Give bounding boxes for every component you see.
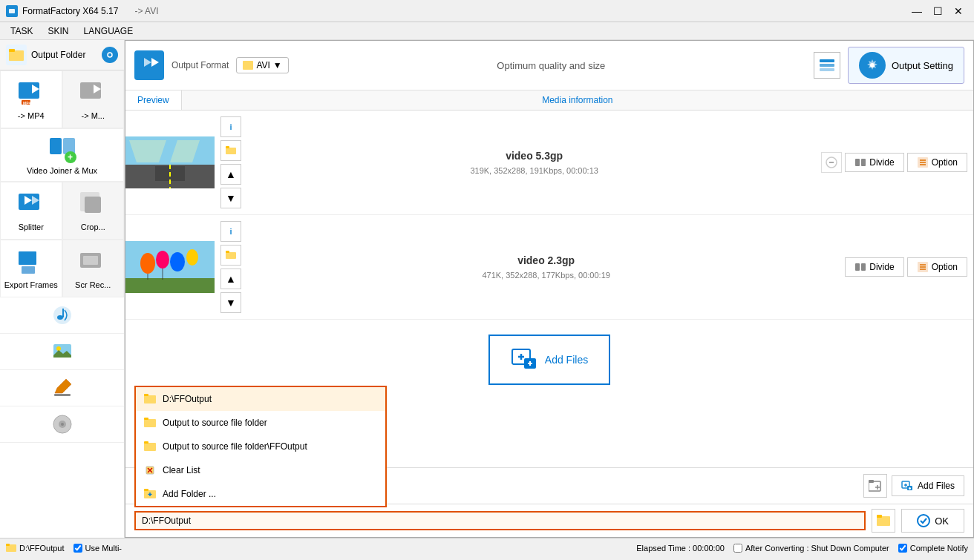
file-item-1: i ▲ ▼ video 5.3gp 319K, 352x288, 191Kbps… xyxy=(125,111,973,215)
layers-icon[interactable] xyxy=(814,52,840,79)
complete-notify-checkbox[interactable] xyxy=(898,544,907,553)
option-button-2[interactable]: Option xyxy=(907,257,967,277)
dropdown-item-clear[interactable]: Clear List xyxy=(136,458,385,482)
ok-button[interactable]: OK xyxy=(901,509,964,533)
delete-button-1[interactable] xyxy=(821,152,842,173)
menu-language[interactable]: LANGUAGE xyxy=(76,24,140,38)
folder-icon-source-ff xyxy=(143,440,157,453)
sidebar-tool-dvd[interactable] xyxy=(0,406,124,443)
output-path-input[interactable]: D:\FFOutput xyxy=(134,511,866,530)
output-folder-header[interactable]: Output Folder xyxy=(0,40,124,70)
svg-rect-65 xyxy=(226,252,236,259)
divide-button-2[interactable]: Divide xyxy=(845,257,903,277)
svg-rect-97 xyxy=(144,394,148,396)
sidebar-tool-m[interactable]: -> M... xyxy=(62,70,125,128)
status-after-converting: After Converting : Shut Down Computer xyxy=(733,544,889,553)
close-button[interactable]: ✕ xyxy=(949,4,968,19)
sidebar-tool-splitter[interactable]: Splitter xyxy=(0,182,62,240)
file-up-button-1[interactable]: ▲ xyxy=(220,164,241,185)
file-down-button-2[interactable]: ▼ xyxy=(220,292,241,313)
dropdown-item-current-label: D:\FFOutput xyxy=(163,394,212,404)
main-layout: Output Folder MP4 -> MP4 xyxy=(0,40,974,538)
svg-rect-99 xyxy=(144,418,148,420)
dropdown-item-source-ff-label: Output to source file folder\FFOutput xyxy=(163,441,307,452)
new-folder-button[interactable] xyxy=(863,474,887,498)
sidebar-tool-crop[interactable]: Crop... xyxy=(62,182,125,240)
file-folder-button-2[interactable] xyxy=(220,245,241,266)
dropdown-item-source-ff[interactable]: Output to source file folder\FFOutput xyxy=(136,435,385,458)
sidebar-tool-audio[interactable] xyxy=(0,297,124,334)
sidebar-tool-scr-rec[interactable]: Scr Rec... xyxy=(62,240,125,297)
status-bar: D:\FFOutput Use Multi- Elapsed Time : 00… xyxy=(0,538,974,557)
image-icon xyxy=(49,338,76,365)
add-files-bottom-button[interactable]: Add Files xyxy=(892,475,964,496)
minimize-button[interactable]: — xyxy=(907,4,926,19)
dropdown-item-clear-label: Clear List xyxy=(163,465,200,475)
file-controls-2: i ▲ ▼ xyxy=(215,221,247,313)
output-folder-settings-icon[interactable] xyxy=(102,47,118,63)
format-chevron-icon: ▼ xyxy=(273,60,282,70)
file-meta-2: 471K, 352x288, 177Kbps, 00:00:19 xyxy=(253,271,839,280)
svg-rect-37 xyxy=(820,59,834,62)
status-complete-notify-label: Complete Notify xyxy=(910,544,968,553)
status-elapsed-label: Elapsed Time : 00:00:00 xyxy=(636,544,725,553)
m-label: -> M... xyxy=(82,111,105,120)
svg-point-32 xyxy=(61,423,64,426)
export-frames-label: Export Frames xyxy=(4,280,58,289)
output-setting-button[interactable]: Output Setting xyxy=(848,47,964,84)
tab-media-info[interactable]: Media information xyxy=(182,90,973,110)
svg-rect-94 xyxy=(877,515,882,518)
svg-rect-101 xyxy=(144,441,148,444)
svg-rect-2 xyxy=(9,49,15,52)
tool-grid-3: Export Frames Scr Rec... xyxy=(0,240,124,297)
sidebar-tool-video-joiner[interactable]: + Video Joiner & Mux xyxy=(0,128,124,182)
svg-text:MP4: MP4 xyxy=(23,101,31,105)
svg-rect-96 xyxy=(144,395,156,403)
divide-button-1[interactable]: Divide xyxy=(845,153,903,172)
multiuse-checkbox[interactable] xyxy=(73,544,82,553)
file-actions-2: Divide Option xyxy=(845,257,973,277)
maximize-button[interactable]: ☐ xyxy=(928,4,947,19)
menu-skin[interactable]: SKIN xyxy=(40,24,76,38)
sidebar-tool-mp4[interactable]: MP4 -> MP4 xyxy=(0,70,62,128)
file-info-button-1[interactable]: i xyxy=(220,116,241,137)
svg-text:+: + xyxy=(68,152,73,162)
video-joiner-label: Video Joiner & Mux xyxy=(27,166,97,175)
status-path: D:\FFOutput xyxy=(6,544,65,553)
scr-rec-icon xyxy=(78,248,108,277)
menu-task[interactable]: TASK xyxy=(3,24,40,38)
format-value: AVI xyxy=(256,60,269,70)
add-files-center-button[interactable]: Add Files xyxy=(488,335,610,385)
file-info-1: video 5.3gp 319K, 352x288, 191Kbps, 00:0… xyxy=(247,150,821,175)
svg-point-62 xyxy=(186,249,198,266)
svg-rect-38 xyxy=(820,64,834,67)
svg-rect-98 xyxy=(144,419,156,427)
svg-rect-10 xyxy=(50,138,62,154)
dropdown-item-add-folder[interactable]: Add Folder ... xyxy=(136,482,385,506)
clear-list-icon xyxy=(143,464,157,477)
sidebar-tool-image[interactable] xyxy=(0,334,124,370)
file-down-button-1[interactable]: ▼ xyxy=(220,188,241,208)
file-actions-1: Divide Option xyxy=(821,152,973,173)
quality-text: Optimum quality and size xyxy=(296,60,806,71)
sidebar-tool-export-frames[interactable]: Export Frames xyxy=(0,240,62,297)
sidebar-tool-edit[interactable] xyxy=(0,370,124,406)
dropdown-item-source[interactable]: Output to source file folder xyxy=(136,411,385,435)
browse-folder-button[interactable] xyxy=(872,509,895,533)
after-converting-checkbox[interactable] xyxy=(733,544,742,553)
dropdown-item-current[interactable]: D:\FFOutput xyxy=(136,387,385,411)
file-info-button-2[interactable]: i xyxy=(220,221,241,242)
tab-preview[interactable]: Preview xyxy=(125,90,182,110)
svg-point-59 xyxy=(140,253,155,274)
svg-rect-52 xyxy=(861,159,866,166)
format-dropdown[interactable]: AVI ▼ xyxy=(236,57,288,73)
title-bar: FormatFactory X64 5.17 -> AVI — ☐ ✕ xyxy=(0,0,974,22)
svg-rect-39 xyxy=(820,68,834,71)
option-button-1[interactable]: Option xyxy=(907,153,967,172)
svg-rect-106 xyxy=(144,489,148,491)
file-up-button-2[interactable]: ▲ xyxy=(220,269,241,289)
file-folder-button-1[interactable] xyxy=(220,140,241,161)
title-bar-left: FormatFactory X64 5.17 -> AVI xyxy=(6,5,159,17)
status-multiuse-label: Use Multi- xyxy=(85,544,122,553)
settings-gear-icon xyxy=(859,52,886,79)
